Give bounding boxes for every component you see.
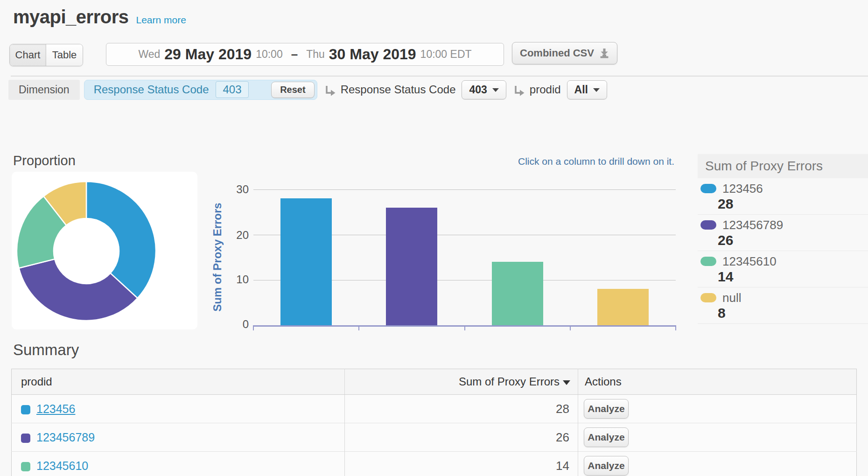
legend-item[interactable]: 123456789 26: [698, 215, 868, 251]
legend-item[interactable]: 12345610 14: [698, 251, 868, 287]
legend-value: 28: [718, 196, 868, 212]
row-swatch: [21, 462, 30, 471]
legend-swatch: [700, 184, 716, 193]
table-row: 123456789 26 Analyze: [12, 423, 857, 452]
legend-label: 123456789: [722, 218, 783, 232]
dimension-bar: Dimension Response Status Code 403 Reset…: [8, 79, 607, 100]
bar-chart: [253, 189, 676, 325]
row-value: 26: [345, 423, 578, 452]
table-row: 12345610 14 Analyze: [12, 452, 857, 476]
start-date: 29 May 2019: [164, 46, 252, 63]
dimension-label: Dimension: [8, 80, 80, 100]
row-value: 28: [345, 395, 578, 423]
column-header-actions: Actions: [578, 369, 857, 395]
prodid-link[interactable]: 123456789: [36, 431, 95, 444]
legend-title: Sum of Proxy Errors: [698, 154, 868, 178]
drill-arrow-icon: [324, 85, 336, 97]
sort-desc-icon: [563, 380, 570, 385]
analyze-button[interactable]: Analyze: [584, 399, 629, 419]
row-value: 14: [345, 452, 578, 476]
bar-123456789[interactable]: [386, 208, 437, 325]
proportion-donut-panel: [12, 172, 197, 329]
drill-dimension-name: prodid: [530, 83, 561, 96]
bar-chart-y-axis-label: Sum of Proxy Errors: [211, 203, 224, 311]
bar-null[interactable]: [597, 289, 649, 325]
header: myapi_errors Learn more: [13, 7, 186, 28]
y-tick-20: 20: [211, 228, 249, 242]
page-title: myapi_errors: [13, 7, 128, 28]
y-tick-30: 30: [211, 182, 249, 196]
drill-dimension-name: Response Status Code: [341, 83, 456, 96]
start-day: Wed: [138, 48, 160, 61]
prodid-dropdown-value: All: [574, 84, 588, 96]
chart-view-button[interactable]: Chart: [10, 44, 46, 66]
end-time: 10:00 EDT: [420, 48, 472, 61]
status-code-dropdown-value: 403: [469, 84, 487, 96]
x-axis-tick: [675, 325, 676, 330]
combined-csv-button[interactable]: Combined CSV: [512, 42, 617, 64]
legend-panel: Sum of Proxy Errors 123456 28 123456789 …: [698, 154, 868, 324]
table-view-button[interactable]: Table: [46, 44, 83, 66]
filter-name: Response Status Code: [94, 83, 209, 96]
analyze-button[interactable]: Analyze: [584, 456, 629, 476]
column-header-prodid[interactable]: prodid: [12, 369, 345, 395]
legend-value: 14: [718, 269, 868, 285]
proportion-title: Proportion: [13, 153, 76, 168]
view-toggle: Chart Table: [9, 44, 83, 66]
reset-button[interactable]: Reset: [271, 82, 314, 98]
gridline-30: [253, 189, 676, 190]
legend-swatch: [700, 220, 716, 230]
row-swatch: [21, 405, 30, 414]
end-date: 30 May 2019: [329, 46, 416, 63]
legend-label: 123456: [722, 182, 763, 196]
row-swatch: [21, 434, 30, 443]
legend-item[interactable]: 123456 28: [698, 178, 868, 215]
column-header-sum-label: Sum of Proxy Errors: [459, 375, 560, 388]
summary-title: Summary: [13, 341, 79, 359]
table-row: 123456 28 Analyze: [12, 395, 857, 423]
drill-hint-text: Click on a column to drill down on it.: [441, 156, 674, 167]
legend-value: 26: [718, 232, 868, 248]
legend-value: 8: [718, 305, 868, 321]
date-range-separator: –: [291, 47, 298, 62]
prodid-link[interactable]: 123456: [36, 402, 75, 415]
date-range-picker[interactable]: Wed 29 May 2019 10:00 – Thu 30 May 2019 …: [106, 43, 504, 66]
x-axis-tick: [464, 325, 465, 330]
analyze-button[interactable]: Analyze: [584, 427, 629, 447]
y-tick-10: 10: [211, 273, 249, 287]
analytics-dashboard: myapi_errors Learn more Chart Table Wed …: [0, 0, 868, 476]
x-axis-tick: [253, 325, 254, 330]
toolbar-divider: [11, 76, 868, 77]
download-icon: [599, 49, 609, 58]
bar-12345610[interactable]: [492, 262, 543, 325]
caret-down-icon: [593, 88, 600, 92]
y-tick-0: 0: [211, 317, 249, 331]
donut-slice-123456[interactable]: [86, 182, 156, 298]
legend-swatch: [700, 257, 716, 266]
end-day: Thu: [306, 48, 325, 61]
x-axis-tick: [358, 325, 359, 330]
combined-csv-label: Combined CSV: [520, 47, 594, 59]
status-code-dropdown[interactable]: 403: [462, 80, 506, 99]
filter-value: 403: [216, 81, 248, 98]
legend-item[interactable]: null 8: [698, 287, 868, 324]
start-time: 10:00: [256, 48, 283, 61]
prodid-dropdown[interactable]: All: [567, 80, 607, 99]
bar-123456[interactable]: [280, 198, 332, 325]
legend-label: null: [722, 291, 741, 305]
caret-down-icon: [492, 88, 499, 92]
x-axis-tick: [570, 325, 571, 330]
summary-table: prodid Sum of Proxy Errors Actions 12345…: [11, 369, 857, 476]
legend-swatch: [700, 293, 716, 302]
legend-label: 12345610: [722, 254, 777, 269]
active-filter-chip: Response Status Code 403 Reset: [84, 80, 317, 100]
donut-chart: [12, 172, 197, 329]
prodid-link[interactable]: 12345610: [36, 459, 88, 472]
learn-more-link[interactable]: Learn more: [136, 14, 186, 26]
table-header-row: prodid Sum of Proxy Errors Actions: [12, 369, 857, 395]
drill-arrow-icon: [513, 85, 525, 97]
column-header-sum[interactable]: Sum of Proxy Errors: [345, 369, 578, 395]
